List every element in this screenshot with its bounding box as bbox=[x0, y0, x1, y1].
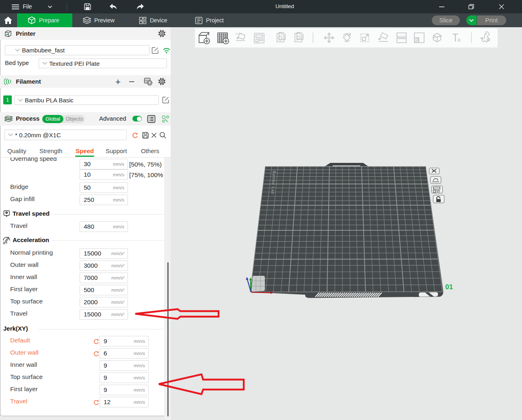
svg-text:a: a bbox=[457, 37, 461, 43]
svg-text:a+: a+ bbox=[3, 240, 8, 245]
